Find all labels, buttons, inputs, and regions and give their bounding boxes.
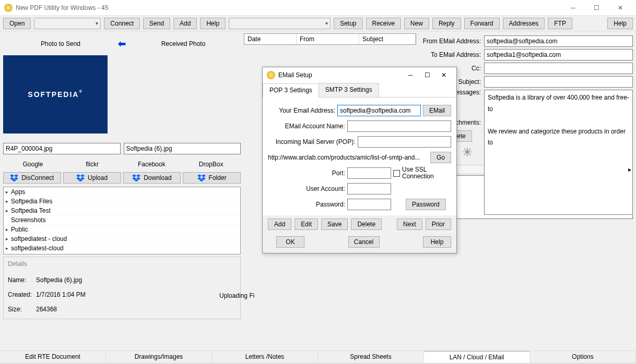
setup-button[interactable]: Setup xyxy=(334,18,362,29)
left-filename-input[interactable] xyxy=(3,143,121,154)
download-button[interactable]: Download xyxy=(123,172,181,184)
col-from[interactable]: From xyxy=(297,34,359,44)
disconnect-button[interactable]: DisConnect xyxy=(3,172,61,184)
details-title: Details xyxy=(8,260,236,268)
email-setup-dialog: EMail Setup ─ ☐ ✕ POP 3 Settings SMTP 3 … xyxy=(262,67,457,253)
col-date[interactable]: Date xyxy=(244,34,297,44)
tree-item[interactable]: ▸Softpedia Files xyxy=(4,197,240,206)
from-email-input[interactable] xyxy=(484,35,633,47)
bottom-tab[interactable]: LAN / Cloud / EMail xyxy=(424,351,530,363)
caret-icon: ▸ xyxy=(6,227,11,232)
cc-input[interactable] xyxy=(484,63,633,74)
arrow-left-icon[interactable]: ⬅ xyxy=(118,38,126,50)
tab-google[interactable]: Google xyxy=(3,159,63,171)
caret-icon: ▸ xyxy=(6,208,11,213)
modal-edit-button[interactable]: Edit xyxy=(295,219,318,230)
reply-button[interactable]: Reply xyxy=(432,18,461,29)
receive-button[interactable]: Receive xyxy=(366,18,401,29)
help2-button[interactable]: Help xyxy=(607,18,633,29)
right-filename-input[interactable] xyxy=(124,143,241,154)
tree-item[interactable]: ▸Softpedia Test xyxy=(4,206,240,215)
bottom-tab[interactable]: Spread Sheets xyxy=(318,351,424,363)
ftp-button[interactable]: FTP xyxy=(548,18,572,29)
tab-facebook[interactable]: Facebook xyxy=(122,159,182,171)
modal-prior-button[interactable]: Prior xyxy=(426,219,451,230)
close-button[interactable]: ✕ xyxy=(608,1,632,15)
dialog-icon xyxy=(267,71,275,79)
bottom-tab[interactable]: Options xyxy=(530,351,636,363)
tree-item[interactable]: ▸Apps xyxy=(4,187,240,197)
tab-dropbox[interactable]: DropBox xyxy=(181,159,241,171)
modal-help-button[interactable]: Help xyxy=(423,236,451,248)
modal-next-button[interactable]: Next xyxy=(397,219,422,230)
addresses-button[interactable]: Addresses xyxy=(503,18,545,29)
caret-icon: ▸ xyxy=(6,246,11,251)
to-email-input[interactable] xyxy=(484,49,633,60)
subject-input[interactable] xyxy=(484,76,633,88)
go-button[interactable]: Go xyxy=(430,152,451,163)
dialog-minimize-button[interactable]: ─ xyxy=(402,71,419,79)
message-body[interactable]: Softpedia is a library of over 400,000 f… xyxy=(484,90,633,215)
open-button[interactable]: Open xyxy=(3,18,31,29)
chevron-down-icon: ▾ xyxy=(96,20,98,26)
send-button[interactable]: Send xyxy=(143,18,170,29)
tree-item[interactable]: ▸softpediatest - cloud xyxy=(4,234,240,244)
connect-button[interactable]: Connect xyxy=(104,18,140,29)
email-lookup-button[interactable]: EMail xyxy=(423,105,451,116)
photo-to-send-label: Photo to Send xyxy=(3,40,118,47)
user-account-input[interactable] xyxy=(347,183,391,195)
help-button[interactable]: Help xyxy=(200,18,226,29)
smtp-list-link[interactable]: http://www.arclab.com/products/amlc/list… xyxy=(268,154,428,161)
folder-button[interactable]: Folder xyxy=(183,172,241,184)
tree-item[interactable]: ▸softpediatest-cloud xyxy=(4,244,240,253)
details-panel: Details Name:Softpedia (6).jpg Created:1… xyxy=(3,257,241,319)
tree-item[interactable]: ▸Public xyxy=(4,225,240,234)
bottom-tab[interactable]: Drawings/Images xyxy=(106,351,212,363)
add-button[interactable]: Add xyxy=(173,18,197,29)
tab-pop3[interactable]: POP 3 Settings xyxy=(263,83,319,98)
folder-tree[interactable]: ▸Apps▸Softpedia Files▸Softpedia TestScre… xyxy=(3,187,241,254)
your-email-input[interactable] xyxy=(337,105,421,116)
from-email-label: From EMail Address: xyxy=(419,38,482,45)
password-button[interactable]: Password xyxy=(406,199,446,210)
modal-ok-button[interactable]: OK xyxy=(276,236,304,248)
dropbox-icon xyxy=(76,174,85,181)
modal-add-button[interactable]: Add xyxy=(268,219,291,230)
name-label: Name: xyxy=(8,276,36,284)
tree-item[interactable]: Screenshots xyxy=(4,215,240,225)
modal-save-button[interactable]: Save xyxy=(321,219,348,230)
scroll-right-icon[interactable]: ▸ xyxy=(628,166,631,173)
account-name-input[interactable] xyxy=(347,120,451,132)
bottom-tab[interactable]: Edit RTE Document xyxy=(0,351,106,363)
window-title: New PDF Utility for Windows - 45 xyxy=(16,4,561,11)
modal-delete-button[interactable]: Delete xyxy=(351,219,382,230)
pop-server-input[interactable] xyxy=(358,136,452,148)
created-label: Created: xyxy=(8,291,36,298)
forward-button[interactable]: Forward xyxy=(464,18,500,29)
bottom-tab[interactable]: Letters /Notes xyxy=(212,351,318,363)
port-input[interactable] xyxy=(347,167,391,179)
dropbox-icon xyxy=(197,174,206,181)
brand-text: SOFTPEDIA xyxy=(28,90,79,99)
password-label: Password: xyxy=(268,201,345,208)
dialog-maximize-button[interactable]: ☐ xyxy=(419,71,435,79)
modal-cancel-button[interactable]: Cancel xyxy=(348,236,380,248)
name-value: Softpedia (6).jpg xyxy=(36,276,82,284)
new-button[interactable]: New xyxy=(404,18,429,29)
tab-flickr[interactable]: flickr xyxy=(63,159,122,171)
titlebar: New PDF Utility for Windows - 45 ─ ☐ ✕ xyxy=(0,0,636,16)
password-input[interactable] xyxy=(347,199,391,210)
account-combo[interactable]: ▾ xyxy=(229,18,331,29)
port-label: Port: xyxy=(268,169,345,177)
open-combo[interactable]: ▾ xyxy=(34,18,101,29)
minimize-button[interactable]: ─ xyxy=(561,1,585,15)
ssl-checkbox[interactable] xyxy=(393,170,400,177)
maximize-button[interactable]: ☐ xyxy=(585,1,608,15)
caret-icon: ▸ xyxy=(6,236,11,241)
upload-button[interactable]: Upload xyxy=(63,172,121,184)
dropbox-icon xyxy=(132,174,140,181)
tab-smtp3[interactable]: SMTP 3 Settings xyxy=(319,83,379,97)
col-subject[interactable]: Subject xyxy=(359,34,416,44)
dialog-close-button[interactable]: ✕ xyxy=(435,71,452,79)
chevron-down-icon: ▾ xyxy=(325,20,328,26)
